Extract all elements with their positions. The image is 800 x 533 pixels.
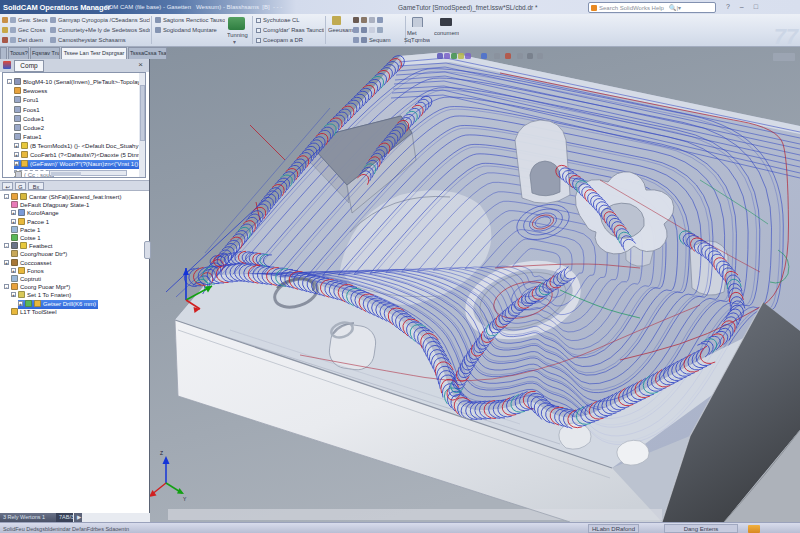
svg-text:Z: Z (160, 450, 163, 456)
